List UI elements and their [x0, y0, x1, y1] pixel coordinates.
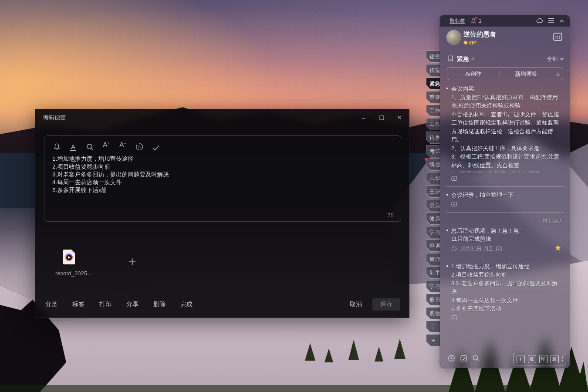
category-tab[interactable]: 剁手	[426, 267, 440, 279]
category-tab-label: 传输	[429, 67, 440, 74]
category-tab[interactable]: 秘密	[426, 51, 440, 63]
category-tab-label: 考试	[429, 148, 440, 155]
note-editor-content[interactable]: 1.增加地推力度，增加宣传途径2.项目收益要稳步向前3.对老客户多多回访，提出的…	[52, 155, 393, 194]
note-text-line-clipped: 4、要严把用电和处理上的作业管理	[451, 169, 564, 174]
note-item[interactable]: 1.增加地推力度，增加宣传途径2.项目收益要稳步向前3.对老客户多多回访，提出的…	[446, 258, 564, 325]
note-text-line: 会议内容:	[451, 84, 564, 93]
reminder-bell-icon[interactable]	[52, 142, 61, 151]
ledger-button[interactable]: 账	[528, 355, 536, 363]
category-tab[interactable]: 健康	[426, 213, 440, 225]
tags-button[interactable]: 标签	[72, 301, 84, 308]
star-icon[interactable]	[554, 244, 561, 251]
category-tab-label: 假日	[429, 296, 440, 304]
note-item[interactable]: 会议记录，抽空整理一下	[446, 187, 564, 211]
note-text-line: 5.多多开展线下活动	[451, 304, 564, 313]
todo-check-icon[interactable]	[152, 142, 160, 151]
note-text-line: 2、认真把好关键工序，具体要求是:	[451, 144, 564, 153]
category-tab[interactable]: 假日	[426, 294, 440, 306]
print-button[interactable]: 印	[539, 355, 547, 363]
note-editor[interactable]: A A+ A− A 1.增加地推力度，增加宣传途径2.项目收益要稳步向前3.对老…	[44, 135, 401, 222]
note-text-line: 方现场见证取样送检，送检合格后方能使	[451, 127, 564, 136]
filter-dropdown[interactable]: 全部	[547, 55, 564, 63]
chevron-down-icon	[560, 58, 564, 61]
more-tools-icon[interactable]	[562, 356, 563, 362]
pin-to-desktop-icon	[451, 315, 457, 321]
cancel-button[interactable]: 取消	[350, 301, 362, 308]
category-tab[interactable]: 六班	[426, 172, 440, 184]
search-icon[interactable]	[85, 142, 94, 151]
category-tab[interactable]: 传输	[426, 64, 440, 76]
new-note-button[interactable]: 新增便签	[500, 70, 552, 78]
font-decrease-icon[interactable]: A−	[118, 142, 127, 151]
category-tab[interactable]: 工作	[426, 118, 440, 130]
todo-list-icon[interactable]	[460, 355, 467, 364]
add-attachment-icon[interactable]: +	[128, 257, 136, 267]
note-text-line: 工单位按国家规定取样进行试验。通知监理	[451, 118, 564, 127]
close-icon[interactable]: ×	[396, 114, 403, 121]
note-star[interactable]	[554, 244, 561, 253]
collapse-icon[interactable]	[559, 17, 564, 25]
note-item[interactable]: 会议内容:1、质量控制:认真把好原材料、构配件使用关,杜绝使用未经检验或检验不合…	[446, 81, 564, 186]
note-text-line: 不合格的材料，查看出厂证明文件，督促施	[451, 110, 564, 119]
save-button[interactable]: 保存	[372, 298, 400, 311]
quick-add-button[interactable]: +	[517, 355, 525, 363]
time-manage-icon[interactable]	[448, 355, 455, 364]
category-tab[interactable]: 会员	[426, 199, 440, 211]
share-button[interactable]: 分享	[126, 301, 139, 308]
note-text-line: 4.每周一去总店领一次文件	[451, 296, 564, 305]
font-increase-icon[interactable]: A+	[102, 142, 111, 151]
note-editor-line: 3.对老客户多多回访，提出的问题要及时解决	[52, 171, 393, 179]
category-button[interactable]: 分类	[45, 301, 57, 308]
category-tab[interactable]: 旅游	[426, 253, 440, 265]
category-tab[interactable]: 学习	[426, 226, 440, 238]
category-tab-label: 待办	[429, 134, 440, 142]
calendar-icon[interactable]	[552, 31, 563, 44]
category-tab[interactable]: 考试	[426, 145, 440, 157]
category-tab-label: 购物	[429, 310, 440, 317]
calculator-button[interactable]: 算	[551, 355, 559, 363]
char-count: 75	[388, 212, 394, 219]
minimize-icon[interactable]: –	[360, 114, 367, 121]
font-underline-icon[interactable]: A	[69, 142, 78, 151]
search-icon[interactable]	[472, 355, 480, 364]
complete-button[interactable]: 完成	[180, 301, 193, 308]
cloud-sync-icon[interactable]	[536, 17, 544, 25]
category-tab-label: 工作	[429, 107, 440, 115]
category-tab[interactable]: 待办	[426, 132, 440, 144]
note-bullet	[446, 230, 448, 231]
vip-diamond-icon	[463, 41, 468, 45]
tab-unread-dot	[425, 158, 428, 161]
attachment-item[interactable]: record_2025...	[55, 250, 103, 277]
notification-bell-icon[interactable]	[470, 18, 476, 24]
note-text-line: 11月前完成剪辑	[451, 235, 564, 243]
menu-icon[interactable]	[548, 17, 554, 25]
category-tab[interactable]: 紧急	[426, 78, 440, 90]
note-text-line: 标高、轴线位置。先自检签	[451, 161, 564, 170]
note-text-line: 1.增加地推力度，增加宣传途径	[451, 262, 564, 271]
note-editor-line: 5.多多开展线下活动	[52, 186, 393, 194]
delete-button[interactable]: 删除	[153, 301, 166, 308]
app-title[interactable]: 敬业签	[449, 17, 465, 25]
maximize-icon[interactable]	[378, 114, 385, 121]
category-tab[interactable]: 购物	[426, 307, 440, 319]
category-tab-label: 学习	[429, 283, 440, 290]
category-tab[interactable]: 工作	[426, 105, 440, 117]
category-tab-add[interactable]: +	[426, 334, 440, 346]
category-tab[interactable]: 情感	[426, 159, 440, 171]
category-tab-more[interactable]: ⋮	[426, 321, 440, 333]
note-item[interactable]: 剩余14天总店活动视频，急！急！急！11月前完成剪辑10月31日 周五	[446, 213, 564, 257]
ai-create-button[interactable]: Ai创作	[447, 70, 500, 78]
text-recognition-icon[interactable]: A	[135, 142, 144, 151]
category-tab[interactable]: 三班	[426, 186, 440, 198]
bookmark-icon	[448, 55, 453, 64]
category-tab-label: 秘密	[429, 53, 440, 61]
print-button[interactable]: 打印	[99, 301, 112, 308]
pin-to-desktop-icon	[451, 201, 457, 207]
category-tab[interactable]: 学习	[426, 280, 440, 292]
avatar[interactable]	[446, 30, 461, 45]
username[interactable]: 逆位的愚者	[463, 30, 496, 39]
category-tab[interactable]: 单词	[426, 240, 440, 252]
edit-note-dialog: 编辑便签 – × A A+ A− A 1.增加地推	[35, 109, 409, 318]
category-tab[interactable]: 重要	[426, 91, 440, 103]
category-tab-label: 健康	[429, 215, 440, 223]
